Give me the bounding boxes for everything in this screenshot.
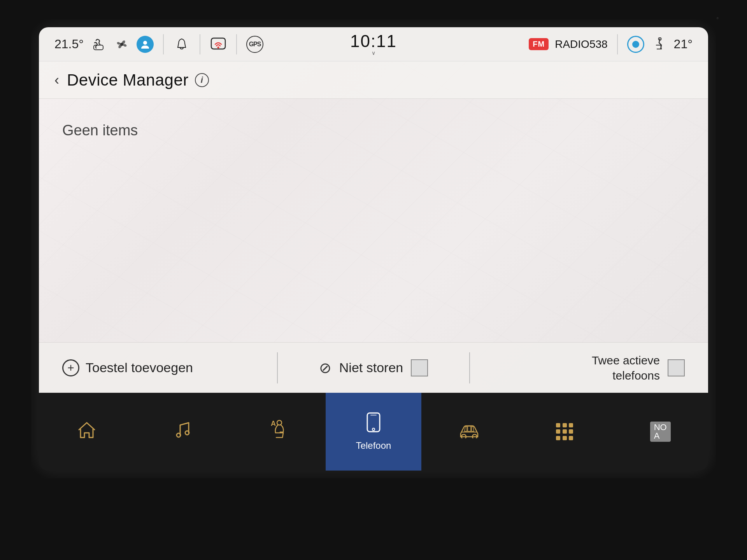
nav-bar: A Telefoon (39, 393, 708, 471)
divider-4 (617, 34, 618, 54)
main-area: ‹ Device Manager i Geen items + Toestel … (39, 61, 708, 393)
seat-heater-icon[interactable] (90, 36, 107, 53)
screen-content: 21.5° (39, 27, 708, 471)
car-icon (458, 421, 480, 442)
svg-rect-0 (94, 45, 103, 50)
gps-icon[interactable]: GPS ° (246, 36, 263, 53)
do-not-disturb-icon: ⊘ (319, 359, 331, 376)
no-a-badge: NOA (650, 422, 671, 442)
svg-point-7 (185, 431, 189, 435)
back-button[interactable]: ‹ (54, 72, 59, 88)
svg-point-12 (372, 428, 375, 430)
fan-icon[interactable] (113, 36, 130, 53)
header-bar: ‹ Device Manager i (39, 61, 708, 99)
profile-icon[interactable] (137, 36, 154, 53)
nav-music[interactable] (135, 393, 230, 471)
nav-no-badge[interactable]: NOA (612, 393, 708, 471)
temp-right: 21° (674, 37, 693, 51)
svg-rect-11 (370, 415, 377, 416)
svg-rect-10 (367, 413, 380, 432)
svg-text:A: A (271, 420, 276, 427)
apps-grid-icon (556, 423, 573, 440)
empty-message: Geen items (62, 122, 685, 139)
status-right: FM RADIO538 21° (529, 34, 693, 54)
status-center: 10:11 ∨ (350, 33, 397, 56)
radio-fm-badge: FM (529, 38, 549, 50)
phone-nav-label: Telefoon (356, 440, 391, 451)
options-left: + Toestel toevoegen (39, 359, 277, 376)
divider-3 (236, 34, 237, 54)
connected-icon[interactable] (210, 36, 227, 53)
time-display: 10:11 (350, 33, 397, 50)
status-bar: 21.5° (39, 27, 708, 61)
nav-car[interactable] (421, 393, 517, 471)
add-device-label: Toestel toevoegen (86, 360, 193, 375)
content-area: Geen items (39, 99, 708, 342)
driver-icon: A (269, 420, 286, 444)
add-circle-icon: + (62, 359, 79, 376)
voice-icon[interactable] (627, 36, 644, 53)
phone-icon (366, 412, 381, 436)
page-title: Device Manager (67, 71, 189, 89)
add-device-button[interactable]: + Toestel toevoegen (62, 359, 193, 376)
two-phones-toggle[interactable] (668, 359, 685, 376)
temp-left: 21.5° (54, 37, 84, 51)
svg-point-6 (177, 433, 181, 437)
bell-icon[interactable] (173, 36, 190, 53)
nav-phone[interactable]: Telefoon (326, 393, 421, 471)
divider-1 (163, 34, 164, 54)
home-icon (77, 420, 97, 443)
time-arrow: ∨ (372, 50, 375, 56)
nav-home[interactable] (39, 393, 135, 471)
svg-point-4 (217, 46, 219, 48)
svg-point-2 (143, 41, 147, 45)
info-icon[interactable]: i (195, 73, 209, 87)
do-not-disturb-toggle[interactable] (411, 359, 428, 376)
seat-right-icon[interactable] (651, 36, 668, 53)
do-not-disturb-label: Niet storen (339, 360, 403, 375)
status-left: 21.5° (54, 34, 529, 54)
nav-apps[interactable] (517, 393, 613, 471)
options-middle: ⊘ Niet storen (278, 359, 469, 376)
radio-station: RADIO538 (555, 38, 607, 51)
options-right: Twee actievetelefoons (470, 353, 708, 383)
options-bar: + Toestel toevoegen ⊘ Niet storen Twee a… (39, 342, 708, 393)
two-phones-label: Twee actievetelefoons (592, 353, 660, 383)
divider-2 (200, 34, 200, 54)
music-icon (174, 420, 191, 443)
screen-bezel: 21.5° (31, 19, 716, 478)
car-screen: 21.5° (0, 0, 747, 560)
nav-driver[interactable]: A (230, 393, 326, 471)
svg-point-8 (277, 420, 282, 425)
